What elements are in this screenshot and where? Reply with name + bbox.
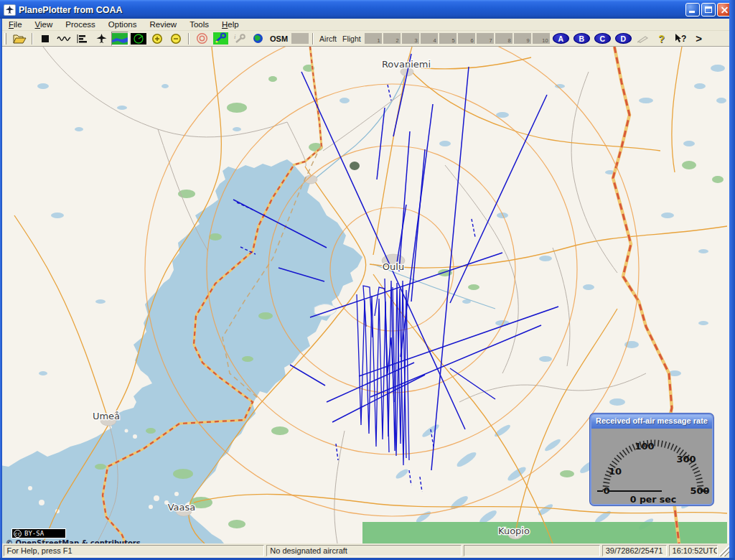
graph-button-7[interactable]: 7 (477, 33, 494, 44)
stop-icon (42, 35, 49, 42)
gauge-title: Received off-air message rate (591, 415, 712, 429)
resize-grip[interactable] (719, 545, 729, 556)
menu-tools[interactable]: Tools (183, 19, 215, 30)
waveform-button[interactable] (55, 32, 72, 46)
city-label-oulu: Oulu (383, 261, 404, 272)
city-label-rovaniemi: Rovaniemi (382, 59, 431, 70)
flight-list-button[interactable]: Flight (340, 32, 363, 46)
setup-wrench-button[interactable] (212, 32, 229, 46)
zoom-out-icon (170, 33, 182, 45)
gauge-scale-0: 0 (603, 485, 609, 496)
share-button-d[interactable]: D (615, 33, 632, 44)
window-border-left (0, 19, 2, 560)
pen-icon (637, 34, 650, 43)
menu-options[interactable]: Options (102, 19, 144, 30)
help-button[interactable]: ? (653, 32, 670, 46)
gauge-scale-10: 10 (609, 466, 622, 477)
aircft-list-button[interactable]: Aircft (317, 32, 339, 46)
share-button-a[interactable]: A (553, 33, 569, 44)
stop-button[interactable] (37, 32, 54, 46)
share-button-c[interactable]: C (594, 33, 611, 44)
radar-view-button[interactable] (130, 32, 147, 46)
zoom-out-button[interactable] (167, 32, 184, 46)
graph-button-8[interactable]: 8 (495, 33, 512, 44)
minimize-button[interactable] (685, 3, 700, 17)
gauge-scale-100: 100 (635, 441, 654, 452)
city-label-vaasa: Vaasa (168, 502, 196, 513)
graph-button-6[interactable]: 6 (458, 33, 475, 44)
svg-text:?: ? (681, 34, 686, 44)
status-time-pane: 16:10:52UTC (669, 545, 718, 556)
message-rate-gauge-panel[interactable]: Received off-air message rate 0101003005… (590, 414, 713, 505)
status-bar: For Help, press F1 No designated aircraf… (2, 543, 729, 558)
osm-button[interactable]: OSM (268, 32, 290, 46)
cc-license-text: BY-SA (24, 530, 44, 537)
more-tools-button[interactable]: > (690, 32, 708, 46)
title-bar[interactable]: PlanePlotter from COAA (0, 0, 735, 19)
osm-label: OSM (270, 34, 288, 43)
svg-text:i: i (234, 33, 236, 40)
menu-file[interactable]: File (2, 19, 29, 30)
share-button-b[interactable]: B (574, 33, 590, 44)
gauge-scale-500: 500 (690, 485, 709, 496)
graph-button-3[interactable]: 3 (402, 33, 419, 44)
city-label-umeå: Umeå (93, 411, 120, 421)
window-title: PlanePlotter from COAA (19, 5, 122, 15)
aircraft-button[interactable] (93, 32, 110, 46)
map-area[interactable]: RovaniemiOuluUmeåVaasaKuopio cc BY-SA © … (2, 47, 729, 543)
more-arrow-icon: > (696, 32, 702, 45)
waveform-icon (57, 34, 71, 43)
graph-button-2[interactable]: 2 (383, 33, 401, 44)
graph-button-10[interactable]: 10 (533, 33, 550, 44)
map-view-icon (112, 33, 128, 45)
status-blank-pane (464, 545, 599, 556)
target-rings-icon (196, 32, 208, 45)
context-help-button[interactable]: ? (672, 32, 689, 46)
annotate-pen-button[interactable] (635, 32, 652, 46)
zoom-in-button[interactable] (149, 32, 166, 46)
radar-view-icon (131, 33, 146, 45)
toolbar: i OSM Aircft Flight 12345678910 ABCD ? ?… (2, 31, 729, 47)
zoom-in-icon (151, 33, 163, 45)
globe-icon (253, 33, 263, 44)
graph-button-5[interactable]: 5 (439, 33, 457, 44)
globe-button[interactable] (249, 32, 266, 46)
graph-buttons-group: 12345678910 (364, 33, 551, 44)
letter-buttons-group: ABCD (551, 33, 634, 44)
window-border-right (729, 0, 735, 560)
map-view-button[interactable] (111, 32, 128, 46)
signal-levels-button[interactable] (74, 32, 91, 46)
graph-button-9[interactable]: 9 (514, 33, 531, 44)
menu-help[interactable]: Help (215, 19, 245, 30)
aircraft-icon (95, 33, 108, 44)
cc-icon: cc (14, 530, 22, 538)
toolbar-grip[interactable] (4, 33, 6, 45)
menu-review[interactable]: Review (143, 19, 183, 30)
open-folder-icon (13, 34, 27, 44)
cc-license-badge[interactable]: cc BY-SA (11, 528, 66, 538)
target-rings-button[interactable] (193, 32, 210, 46)
green-wrench-icon (213, 32, 228, 45)
app-airplane-icon (4, 4, 16, 16)
gray-wrench-icon: i (233, 33, 246, 44)
city-label-kuopio: Kuopio (498, 526, 530, 536)
graph-button-1[interactable]: 1 (365, 33, 382, 44)
menu-process[interactable]: Process (59, 19, 102, 30)
status-counters-pane: 39/72862/25471 (602, 545, 667, 556)
open-file-button[interactable] (11, 32, 28, 46)
menu-bar: FileViewProcessOptionsReviewToolsHelp (2, 19, 729, 31)
graph-button-4[interactable]: 4 (421, 33, 438, 44)
help-icon: ? (658, 33, 665, 45)
planeplotter-window: PlanePlotter from COAA FileViewProcessOp… (0, 0, 735, 560)
menu-view[interactable]: View (29, 19, 60, 30)
maximize-button[interactable] (701, 3, 716, 17)
gauge-value-text: 0 per sec (630, 494, 676, 504)
cursor-help-icon: ? (674, 33, 687, 44)
blank-icon (291, 33, 309, 44)
info-wrench-button[interactable]: i (230, 32, 248, 46)
blank-button[interactable] (291, 32, 309, 46)
gauge-scale-300: 300 (676, 454, 696, 465)
status-help-pane: For Help, press F1 (4, 545, 265, 556)
status-designated-pane: No designated aircraft (266, 545, 462, 556)
gauge-dial: 010100300500 0 per sec (591, 429, 712, 504)
